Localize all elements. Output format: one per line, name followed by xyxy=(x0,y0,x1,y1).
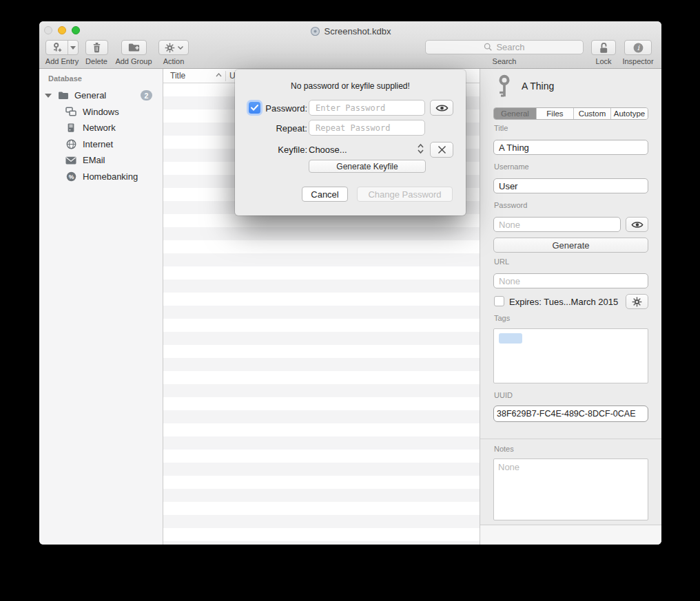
key-plus-icon xyxy=(46,42,68,53)
expires-settings-button[interactable] xyxy=(626,294,648,309)
eye-icon xyxy=(435,103,449,113)
tab-custom[interactable]: Custom xyxy=(574,108,611,119)
group-tree: General 2 Windows xyxy=(39,87,163,184)
tags-box[interactable] xyxy=(493,328,648,383)
window-title: Screenshot.kdbx xyxy=(325,26,391,36)
desktop: Screenshot.kdbx Add En xyxy=(0,0,700,601)
sidebar-item-general[interactable]: General 2 xyxy=(39,87,163,104)
mail-icon xyxy=(65,156,77,165)
sort-ascending-icon xyxy=(216,73,222,77)
clear-keyfile-button[interactable] xyxy=(430,142,453,158)
notes-label: Notes xyxy=(494,445,514,453)
username-field[interactable] xyxy=(493,178,648,193)
password-checkbox[interactable] xyxy=(249,102,260,114)
group-label: Internet xyxy=(83,139,113,149)
entry-count-badge: 2 xyxy=(141,90,152,101)
sidebar-item-network[interactable]: Network xyxy=(39,120,163,136)
action-button[interactable] xyxy=(158,40,189,55)
uuid-field[interactable] xyxy=(493,405,648,422)
section-divider xyxy=(480,439,661,439)
inspector-label: Inspector xyxy=(622,57,653,65)
inspector-button[interactable]: i xyxy=(624,40,652,55)
password-field[interactable] xyxy=(493,217,621,232)
action-label: Action xyxy=(163,57,185,65)
add-entry-button[interactable] xyxy=(45,40,79,55)
search-label: Search xyxy=(493,57,517,65)
sidebar: Database General 2 xyxy=(39,69,163,545)
unlock-icon xyxy=(598,42,609,54)
reveal-password-button[interactable] xyxy=(626,217,648,232)
folder-plus-icon xyxy=(128,43,140,52)
svg-text:%: % xyxy=(68,173,74,180)
title-field-label: Title xyxy=(494,124,508,132)
document-icon xyxy=(310,26,320,36)
uuid-label: UUID xyxy=(494,391,513,399)
search-icon xyxy=(484,43,493,52)
search-placeholder: Search xyxy=(496,42,524,52)
delete-button[interactable] xyxy=(85,40,108,55)
search-input[interactable]: Search xyxy=(425,40,584,54)
repeat-input[interactable] xyxy=(309,120,425,136)
title-field[interactable] xyxy=(493,140,648,155)
reveal-password-button[interactable] xyxy=(430,100,453,116)
column-divider[interactable] xyxy=(225,71,226,81)
inspector-panel: A Thing General Files Custom Autotype Ti… xyxy=(480,69,661,545)
group-label: Network xyxy=(83,123,116,133)
password-label: Password: xyxy=(261,103,307,114)
percent-icon: % xyxy=(65,171,77,182)
group-label: Homebanking xyxy=(83,171,138,182)
cancel-button[interactable]: Cancel xyxy=(302,187,348,202)
tab-files[interactable]: Files xyxy=(537,108,574,119)
keyfile-label: Keyfile: xyxy=(261,145,307,155)
eye-icon xyxy=(631,220,644,229)
generate-keyfile-button[interactable]: Generate Keyfile xyxy=(309,160,426,173)
add-entry-label: Add Entry xyxy=(45,57,79,65)
add-group-button[interactable] xyxy=(121,40,147,55)
stepper-icon[interactable] xyxy=(417,143,424,154)
globe-icon xyxy=(65,139,77,149)
close-x-icon xyxy=(438,145,446,154)
keyfile-popup[interactable]: Choose... xyxy=(309,145,347,155)
column-header-title[interactable]: Title xyxy=(170,71,185,81)
titlebar-toolbar: Screenshot.kdbx Add En xyxy=(39,21,661,69)
network-icon xyxy=(65,123,77,133)
change-password-button[interactable]: Change Password xyxy=(357,187,453,202)
url-field-label: URL xyxy=(494,257,509,266)
dialog-message: No password or keyfile supplied! xyxy=(235,81,466,91)
sidebar-item-windows[interactable]: Windows xyxy=(39,104,163,120)
delete-label: Delete xyxy=(85,57,107,65)
add-group-label: Add Group xyxy=(115,57,152,65)
expires-label: Expires: Tues...March 2015 xyxy=(509,297,618,307)
tab-autotype[interactable]: Autotype xyxy=(611,108,648,119)
password-field-label: Password xyxy=(494,201,527,209)
expires-checkbox[interactable] xyxy=(494,296,504,306)
generate-password-button[interactable]: Generate xyxy=(493,238,648,253)
sidebar-item-homebanking[interactable]: % Homebanking xyxy=(39,169,163,185)
inspector-tabs: General Files Custom Autotype xyxy=(493,107,648,120)
url-field[interactable] xyxy=(493,273,648,288)
gear-icon xyxy=(632,297,642,307)
tab-general[interactable]: General xyxy=(494,108,537,119)
checkmark-icon xyxy=(251,105,258,111)
window-title-row: Screenshot.kdbx xyxy=(39,25,661,37)
sidebar-item-internet[interactable]: Internet xyxy=(39,136,163,153)
tag-pill[interactable] xyxy=(499,333,522,344)
windows-icon xyxy=(65,107,77,116)
lock-label: Lock xyxy=(595,57,611,65)
password-input[interactable] xyxy=(309,100,425,116)
sidebar-header: Database xyxy=(48,74,82,83)
notes-field[interactable] xyxy=(493,458,648,520)
chevron-down-icon xyxy=(178,46,183,50)
disclosure-triangle-icon[interactable] xyxy=(45,94,52,98)
group-label: EMail xyxy=(83,155,105,165)
lock-button[interactable] xyxy=(591,40,616,55)
info-icon: i xyxy=(632,42,644,54)
group-label: General xyxy=(74,90,141,101)
chevron-down-icon[interactable] xyxy=(68,46,78,50)
entry-title: A Thing xyxy=(522,81,554,92)
username-field-label: Username xyxy=(494,162,529,171)
tags-label: Tags xyxy=(494,314,510,322)
group-label: Windows xyxy=(83,107,119,117)
folder-icon xyxy=(57,91,70,100)
sidebar-item-email[interactable]: EMail xyxy=(39,152,163,169)
